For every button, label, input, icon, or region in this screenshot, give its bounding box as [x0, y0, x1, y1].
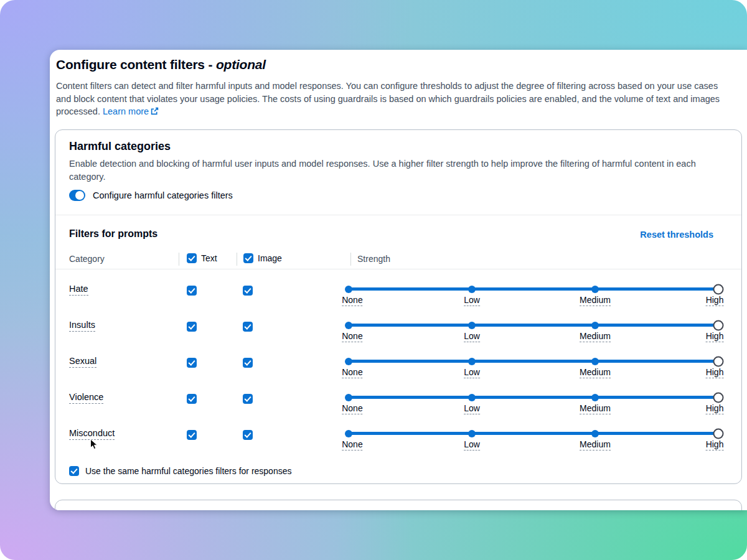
category-label[interactable]: Violence — [69, 392, 103, 404]
text-checkbox[interactable] — [187, 430, 197, 440]
slider-tick-dot — [345, 358, 352, 365]
slider-handle[interactable] — [713, 428, 724, 439]
strength-label-medium[interactable]: Medium — [580, 403, 611, 414]
filter-row-violence: Violence None Low Medium High — [55, 381, 741, 417]
text-checkbox[interactable] — [187, 322, 197, 332]
select-all-image-checkbox[interactable] — [243, 253, 253, 263]
slider-track[interactable] — [349, 396, 718, 399]
slider-tick-dot — [345, 322, 352, 329]
strength-label-low[interactable]: Low — [464, 331, 480, 342]
configure-filters-toggle[interactable] — [69, 190, 85, 201]
image-checkbox[interactable] — [243, 394, 253, 404]
category-label[interactable]: Hate — [69, 284, 88, 296]
filter-row-insults: Insults None Low Medium High — [55, 309, 741, 345]
strength-label-low[interactable]: Low — [464, 367, 480, 378]
harmful-categories-panel: Harmful categories Enable detection and … — [55, 129, 742, 484]
strength-label-high[interactable]: High — [706, 439, 724, 450]
slider-handle[interactable] — [713, 392, 724, 403]
slider-tick-dot — [591, 358, 599, 365]
text-checkbox[interactable] — [187, 358, 197, 368]
strength-label-high[interactable]: High — [706, 295, 724, 306]
learn-more-label: Learn more — [103, 106, 149, 116]
strength-label-high[interactable]: High — [706, 403, 724, 414]
strength-slider[interactable]: None Low Medium High — [349, 417, 718, 453]
slider-tick-dot — [591, 430, 599, 437]
section-divider — [55, 215, 741, 215]
same-for-responses-label: Use the same harmful categories filters … — [85, 466, 291, 476]
slider-tick-dot — [468, 358, 476, 365]
external-link-icon — [151, 107, 159, 115]
harmful-categories-title: Harmful categories — [69, 140, 171, 153]
strength-label-medium[interactable]: Medium — [580, 367, 611, 378]
strength-label-none[interactable]: None — [342, 403, 362, 414]
slider-tick-dot — [591, 322, 599, 329]
strength-slider[interactable]: None Low Medium High — [349, 345, 718, 381]
reset-thresholds-link[interactable]: Reset thresholds — [640, 230, 713, 240]
strength-label-high[interactable]: High — [706, 331, 724, 342]
learn-more-link[interactable]: Learn more — [103, 106, 159, 116]
strength-label-none[interactable]: None — [342, 367, 362, 378]
filter-row-sexual: Sexual None Low Medium High — [55, 345, 741, 381]
slider-tick-dot — [591, 394, 599, 401]
filter-rows: Hate None Low Medium High Insults — [55, 273, 741, 453]
page-title-main: Configure content filters — [56, 57, 205, 72]
text-column-label: Text — [201, 253, 217, 263]
strength-label-none[interactable]: None — [342, 331, 362, 342]
filter-row-misconduct: Misconduct None Low Medium High — [55, 417, 741, 453]
slider-tick-dot — [468, 394, 476, 401]
next-section-panel — [55, 500, 742, 510]
column-header-category: Category — [69, 254, 105, 264]
strength-label-none[interactable]: None — [342, 439, 362, 450]
slider-track[interactable] — [349, 360, 718, 363]
table-header-divider — [55, 269, 741, 269]
column-header-text: Text — [187, 253, 217, 263]
filters-for-prompts-title: Filters for prompts — [69, 228, 157, 240]
harmful-categories-description: Enable detection and blocking of harmful… — [69, 157, 728, 183]
column-divider — [350, 253, 351, 266]
column-header-strength: Strength — [357, 254, 390, 264]
strength-slider[interactable]: None Low Medium High — [349, 309, 718, 345]
strength-label-low[interactable]: Low — [464, 403, 480, 414]
page-title-optional: optional — [216, 57, 266, 72]
slider-tick-dot — [591, 286, 599, 293]
strength-label-none[interactable]: None — [342, 295, 362, 306]
slider-handle[interactable] — [713, 284, 724, 294]
same-for-responses-row: Use the same harmful categories filters … — [69, 466, 291, 476]
strength-slider[interactable]: None Low Medium High — [349, 273, 718, 309]
strength-label-low[interactable]: Low — [464, 439, 480, 450]
filters-table-header: Category Text Image Strength — [55, 252, 741, 269]
slider-handle[interactable] — [713, 356, 724, 366]
page-title: Configure content filters - optional — [56, 57, 266, 72]
strength-label-high[interactable]: High — [706, 367, 724, 378]
configure-content-filters-card: Configure content filters - optional Con… — [50, 50, 747, 510]
slider-track[interactable] — [349, 324, 718, 327]
category-label[interactable]: Insults — [69, 320, 95, 332]
strength-label-medium[interactable]: Medium — [580, 439, 611, 450]
image-checkbox[interactable] — [243, 322, 253, 332]
strength-label-medium[interactable]: Medium — [580, 295, 611, 306]
select-all-text-checkbox[interactable] — [187, 253, 197, 263]
image-checkbox[interactable] — [243, 286, 253, 296]
configure-filters-toggle-label: Configure harmful categories filters — [93, 190, 233, 200]
slider-tick-dot — [345, 430, 352, 437]
image-checkbox[interactable] — [243, 430, 253, 440]
slider-tick-dot — [468, 430, 476, 437]
category-label[interactable]: Sexual — [69, 356, 96, 368]
image-checkbox[interactable] — [243, 358, 253, 368]
text-checkbox[interactable] — [187, 394, 197, 404]
image-column-label: Image — [258, 253, 282, 263]
slider-tick-dot — [468, 322, 476, 329]
column-divider — [237, 253, 237, 266]
slider-track[interactable] — [349, 432, 718, 435]
strength-slider[interactable]: None Low Medium High — [349, 381, 718, 417]
slider-tick-dot — [345, 394, 352, 401]
strength-label-medium[interactable]: Medium — [580, 331, 611, 342]
slider-track[interactable] — [349, 287, 718, 291]
filter-row-hate: Hate None Low Medium High — [55, 273, 741, 309]
category-label[interactable]: Misconduct — [69, 428, 115, 440]
strength-label-low[interactable]: Low — [464, 295, 480, 306]
slider-tick-dot — [345, 286, 352, 293]
same-for-responses-checkbox[interactable] — [69, 466, 79, 476]
slider-handle[interactable] — [713, 320, 724, 330]
text-checkbox[interactable] — [187, 286, 197, 296]
